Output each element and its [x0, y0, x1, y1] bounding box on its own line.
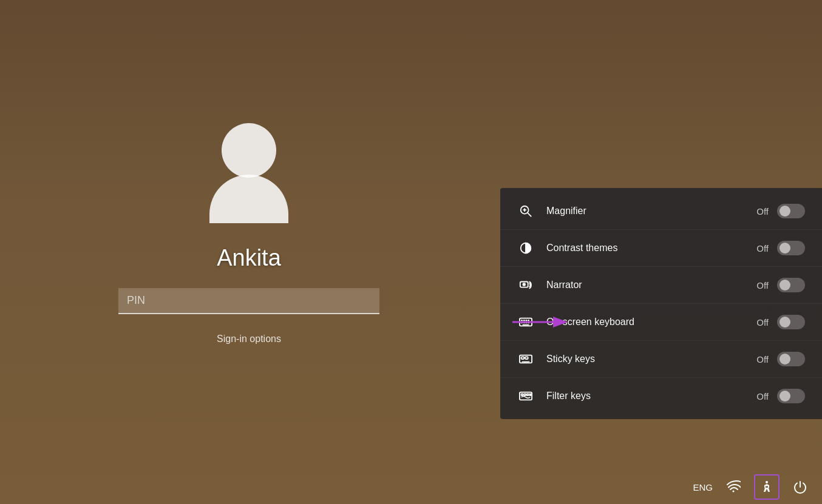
sign-in-options-link[interactable]: Sign-in options	[217, 334, 281, 344]
wifi-icon[interactable]	[724, 477, 743, 497]
svg-rect-25	[529, 394, 531, 395]
avatar-head	[222, 123, 276, 178]
magnifier-item[interactable]: Magnifier Off	[500, 193, 822, 230]
narrator-item[interactable]: Narrator Off	[500, 267, 822, 304]
filter-keys-item[interactable]: Filter keys Off	[500, 378, 822, 414]
contrast-themes-item[interactable]: Contrast themes Off	[500, 230, 822, 267]
svg-rect-19	[525, 357, 528, 359]
filter-keys-status: Off	[756, 391, 769, 402]
taskbar: ENG	[0, 470, 822, 504]
language-selector[interactable]: ENG	[693, 482, 713, 492]
contrast-icon	[517, 240, 534, 257]
magnifier-label: Magnifier	[546, 206, 756, 217]
contrast-themes-toggle[interactable]	[777, 241, 805, 255]
login-panel: Ankita Sign-in options	[0, 0, 498, 504]
svg-rect-24	[527, 394, 529, 395]
on-screen-keyboard-item[interactable]: On-screen keyboard Off	[500, 304, 822, 341]
arrow-annotation	[506, 311, 573, 333]
svg-point-6	[523, 283, 525, 286]
on-screen-keyboard-toggle[interactable]	[777, 315, 805, 329]
sticky-keys-label: Sticky keys	[546, 354, 756, 365]
svg-rect-23	[524, 394, 526, 395]
contrast-themes-label: Contrast themes	[546, 243, 756, 254]
narrator-status: Off	[756, 280, 769, 291]
svg-rect-22	[521, 394, 523, 395]
on-screen-keyboard-label: On-screen keyboard	[546, 317, 756, 328]
username-label: Ankita	[217, 245, 281, 271]
on-screen-keyboard-status: Off	[756, 317, 769, 328]
filter-keys-label: Filter keys	[546, 391, 756, 402]
sticky-keys-toggle[interactable]	[777, 352, 805, 366]
sticky-keys-status: Off	[756, 354, 769, 365]
power-icon[interactable]	[790, 477, 810, 497]
accessibility-button[interactable]	[754, 474, 780, 500]
sticky-keys-item[interactable]: Sticky keys Off	[500, 341, 822, 378]
svg-point-26	[766, 481, 768, 483]
magnifier-icon	[517, 203, 534, 220]
avatar-body	[209, 175, 288, 223]
narrator-toggle[interactable]	[777, 278, 805, 292]
narrator-icon	[517, 277, 534, 294]
accessibility-panel: Magnifier Off Contrast themes Off Narrat…	[500, 188, 822, 419]
narrator-label: Narrator	[546, 280, 756, 291]
magnifier-toggle[interactable]	[777, 204, 805, 218]
filter-keys-icon	[517, 388, 534, 405]
avatar-container	[209, 123, 288, 223]
contrast-themes-status: Off	[756, 243, 769, 254]
pin-container	[118, 288, 379, 314]
svg-rect-18	[521, 357, 525, 359]
magnifier-status: Off	[756, 206, 769, 217]
filter-keys-toggle[interactable]	[777, 389, 805, 403]
pin-input[interactable]	[118, 288, 379, 314]
sticky-keys-icon	[517, 351, 534, 368]
svg-line-1	[528, 213, 531, 217]
